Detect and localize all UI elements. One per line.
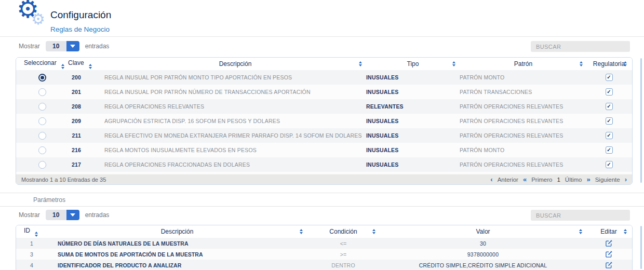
rules-table-body: 200 REGLA INUSUAL POR PATRÓN MONTO TIPO … — [16, 70, 632, 174]
table-row[interactable]: 211 REGLA EFECTIVO EN MONEDA EXTRANJERA … — [16, 128, 632, 143]
last-page-button[interactable]: Último — [565, 177, 582, 183]
sort-icon[interactable] — [359, 61, 362, 66]
rule-patron: PATRÓN OPERACIONES RELEVANTES — [460, 118, 587, 124]
rule-tipo: INUSUALES — [366, 161, 460, 168]
sort-icon[interactable] — [624, 61, 627, 66]
rules-table-header: Seleccionar Clave Descripción Tipo Patró… — [16, 58, 632, 70]
rule-tipo: RELEVANTES — [366, 103, 460, 110]
param-id: 3 — [16, 251, 47, 258]
rules-table-scrollbar[interactable] — [640, 58, 642, 183]
col-editar: Editar — [586, 228, 631, 235]
rule-clave: 208 — [68, 103, 104, 110]
rule-tipo: INUSUALES — [366, 74, 460, 80]
prev-page-button[interactable]: Anterior — [498, 177, 518, 183]
table-row[interactable]: 200 REGLA INUSUAL POR PATRÓN MONTO TIPO … — [16, 70, 632, 85]
sort-icon[interactable] — [580, 61, 583, 66]
breadcrumb-reglas-de-negocio[interactable]: Reglas de Negocio — [50, 25, 110, 33]
params-table-header: ID Descripción Condición Valor Editar — [16, 225, 632, 238]
regulatoria-checkbox[interactable] — [606, 117, 613, 125]
next-page-chevron[interactable]: › — [625, 176, 627, 183]
param-condicion: DENTRO — [307, 262, 380, 268]
col-tipo: Tipo — [366, 60, 460, 68]
sort-icon[interactable] — [89, 64, 92, 69]
param-valor: CRÉDITO SIMPLE,CRÉDITO SIMPLE ADICIONAL — [380, 262, 586, 268]
regulatoria-checkbox[interactable] — [606, 103, 613, 110]
rule-descripcion: REGLA EFECTIVO EN MONEDA EXTRANJERA PRIM… — [104, 132, 366, 139]
row-select-radio[interactable] — [38, 103, 46, 111]
col-patron: Patrón — [460, 60, 587, 68]
params-section-header: Parámetros — [0, 193, 644, 207]
col-descripcion: Descripción — [104, 60, 366, 68]
regulatoria-checkbox[interactable] — [606, 74, 613, 81]
sort-icon[interactable] — [452, 61, 455, 66]
rule-clave: 211 — [68, 132, 104, 139]
table-row[interactable]: 208 REGLA OPERACIONES RELEVANTES RELEVAN… — [16, 99, 632, 114]
params-search-input[interactable] — [531, 210, 630, 221]
param-condicion: >= — [307, 251, 380, 258]
param-condicion: <= — [307, 240, 380, 247]
regulatoria-checkbox[interactable] — [606, 161, 613, 168]
first-page-chevrons[interactable]: « — [523, 176, 527, 183]
last-page-chevrons[interactable]: » — [586, 176, 590, 183]
sort-icon[interactable] — [372, 229, 375, 234]
rules-page-size-select[interactable]: 10 — [46, 41, 79, 51]
table-row[interactable]: 1 NÚMERO DE DÍAS NATURALES DE LA MUESTRA… — [16, 238, 632, 249]
param-descripcion: NÚMERO DE DÍAS NATURALES DE LA MUESTRA — [47, 240, 307, 247]
prev-page-chevron[interactable]: ‹ — [490, 176, 492, 183]
rules-table-footer: Mostrando 1 a 10 Entradas de 35 ‹ Anteri… — [16, 174, 632, 184]
edit-button[interactable] — [605, 261, 613, 269]
rule-tipo: INUSUALES — [366, 147, 460, 153]
table-row[interactable]: 216 REGLA MONTOS INUSUALMENTE ELEVADOS E… — [16, 143, 632, 157]
rules-table: Seleccionar Clave Descripción Tipo Patró… — [16, 57, 633, 185]
param-valor: 30 — [380, 240, 586, 247]
sort-icon[interactable] — [579, 229, 582, 234]
table-row[interactable]: 217 REGLA OPERACIONES FRACCIONADAS EN DO… — [16, 157, 632, 172]
row-select-radio[interactable] — [38, 132, 46, 140]
regulatoria-checkbox[interactable] — [606, 88, 613, 96]
param-id: 4 — [16, 262, 47, 268]
row-select-radio[interactable] — [38, 161, 46, 169]
current-page-number[interactable]: 1 — [557, 177, 560, 183]
entries-label: entradas — [85, 43, 110, 50]
rule-tipo: INUSUALES — [366, 89, 460, 95]
params-page-size-select[interactable]: 10 — [46, 210, 79, 220]
col-seleccionar: Seleccionar — [16, 59, 68, 69]
params-title: Parámetros — [33, 196, 65, 204]
rule-patron: PATRÓN OPERACIONES RELEVANTES — [460, 161, 587, 168]
table-row[interactable]: 201 REGLA INUSUAL POR PATRÓN NÚMERO DE T… — [16, 85, 632, 99]
table-row[interactable]: 209 AGRUPACIÓN ESTRICTA DISP. 16 SOFOM E… — [16, 114, 632, 128]
rule-descripcion: REGLA INUSUAL POR PATRÓN MONTO TIPO APOR… — [104, 74, 366, 80]
next-page-button[interactable]: Siguiente — [595, 177, 620, 183]
configuracion-page: ⚙ ⚙ Configuración Reglas de Negocio Most… — [0, 0, 644, 270]
sort-icon[interactable] — [624, 229, 627, 234]
first-page-button[interactable]: Primero — [531, 177, 552, 183]
params-table: ID Descripción Condición Valor Editar 1 … — [16, 225, 633, 270]
page-size-value: 10 — [46, 41, 66, 51]
entries-label: entradas — [85, 211, 110, 219]
col-id: ID — [16, 227, 47, 237]
entries-info: Mostrando 1 a 10 Entradas de 35 — [21, 177, 106, 183]
row-select-radio[interactable] — [38, 117, 46, 125]
row-select-radio[interactable] — [38, 88, 46, 96]
rule-clave: 217 — [68, 161, 104, 168]
sort-icon[interactable] — [300, 229, 303, 234]
rule-clave: 200 — [68, 74, 104, 80]
row-select-radio[interactable] — [38, 74, 46, 82]
rule-patron: PATRÓN MONTO — [460, 147, 587, 153]
pagination: ‹ Anterior « Primero 1 Último » Siguient… — [490, 176, 627, 183]
edit-button[interactable] — [605, 239, 613, 247]
edit-button[interactable] — [605, 250, 613, 258]
regulatoria-checkbox[interactable] — [606, 146, 613, 154]
sort-icon[interactable] — [35, 232, 38, 237]
gear-light-icon: ⚙ — [31, 11, 45, 27]
regulatoria-checkbox[interactable] — [606, 132, 613, 139]
rules-search-input[interactable] — [531, 41, 630, 52]
chevron-down-icon — [66, 41, 79, 51]
param-id: 1 — [16, 240, 47, 247]
table-row[interactable]: 4 IDENTIFICADOR DEL PRODUCTO A ANALIZAR … — [16, 260, 632, 270]
chevron-down-icon — [66, 210, 79, 220]
params-table-scrollbar[interactable] — [640, 226, 642, 269]
sort-icon[interactable] — [61, 64, 64, 69]
row-select-radio[interactable] — [38, 146, 46, 154]
table-row[interactable]: 3 SUMA DE MONTOS DE APORTACIÓN DE LA MUE… — [16, 249, 632, 260]
